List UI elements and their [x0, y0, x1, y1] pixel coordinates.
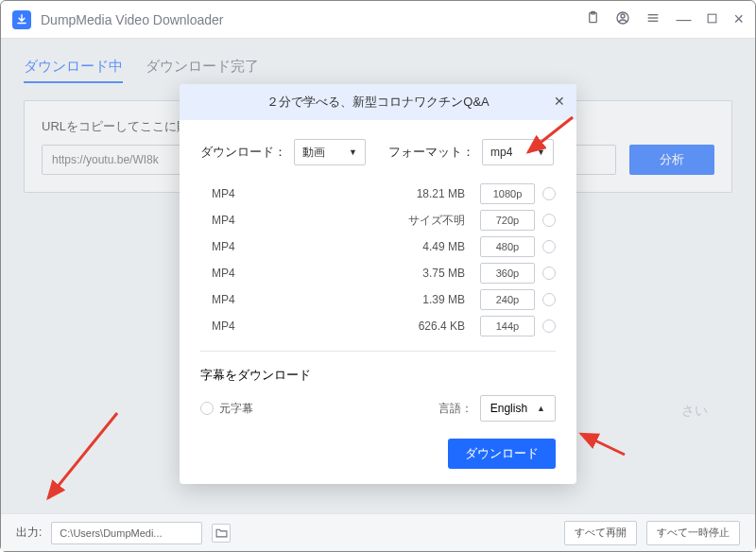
- subtitle-original-radio[interactable]: [200, 402, 214, 415]
- format-name: MP4: [200, 319, 285, 333]
- format-resolution: 144p: [480, 316, 535, 336]
- format-row: MP4 3.75 MB 360p: [200, 260, 556, 286]
- format-name: MP4: [200, 240, 285, 253]
- output-label: 出力:: [16, 525, 42, 541]
- format-size: 4.49 MB: [285, 240, 480, 253]
- download-type-label: ダウンロード：: [200, 144, 286, 161]
- format-name: MP4: [200, 293, 285, 306]
- clipboard-icon[interactable]: [586, 10, 600, 28]
- format-radio[interactable]: [542, 187, 556, 200]
- format-name: MP4: [200, 267, 285, 280]
- format-size: サイズ不明: [285, 213, 480, 229]
- account-icon[interactable]: [615, 10, 630, 29]
- divider: [200, 351, 556, 352]
- download-type-value: 動画: [302, 145, 325, 161]
- language-label: 言語：: [438, 401, 472, 417]
- app-window: DumpMedia Video Downloader — × ダウンロード中 ダ…: [0, 0, 756, 552]
- format-radio[interactable]: [542, 214, 556, 227]
- format-name: MP4: [200, 187, 285, 200]
- subtitle-section-title: 字幕をダウンロード: [200, 367, 556, 384]
- download-button[interactable]: ダウンロード: [448, 439, 556, 469]
- format-list: MP4 18.21 MB 1080p MP4 サイズ不明 720p MP4 4.…: [200, 181, 556, 339]
- modal-overlay: ２分で学べる、新型コロナワクチンQ&A ✕ ダウンロード： 動画 ▼ フォーマッ…: [1, 39, 755, 513]
- app-logo-icon: [12, 10, 31, 29]
- chevron-down-icon: ▼: [537, 147, 545, 157]
- format-name: MP4: [200, 214, 285, 227]
- format-size: 1.39 MB: [285, 293, 480, 306]
- format-label: フォーマット：: [388, 144, 474, 161]
- close-icon[interactable]: ×: [733, 9, 744, 29]
- footer: 出力: C:\Users\DumpMedi... すべて再開 すべて一時停止: [1, 513, 755, 551]
- format-resolution: 1080p: [480, 183, 535, 204]
- format-radio[interactable]: [542, 319, 556, 333]
- format-size: 18.21 MB: [285, 187, 480, 200]
- format-size: 626.4 KB: [285, 319, 480, 333]
- download-type-select[interactable]: 動画 ▼: [294, 139, 366, 165]
- format-row: MP4 626.4 KB 144p: [200, 313, 556, 339]
- minimize-icon[interactable]: —: [676, 11, 691, 28]
- svg-rect-7: [709, 14, 717, 23]
- resume-all-button[interactable]: すべて再開: [564, 521, 637, 545]
- format-resolution: 480p: [480, 236, 535, 257]
- chevron-up-icon: ▲: [537, 404, 545, 413]
- format-value: mp4: [490, 146, 512, 159]
- format-radio[interactable]: [542, 293, 556, 306]
- modal-title: ２分で学べる、新型コロナワクチンQ&A: [266, 94, 489, 111]
- menu-icon[interactable]: [645, 10, 661, 29]
- maximize-icon[interactable]: [706, 11, 718, 28]
- format-row: MP4 18.21 MB 1080p: [200, 181, 556, 207]
- modal-close-icon[interactable]: ✕: [554, 94, 565, 109]
- format-radio[interactable]: [542, 240, 556, 253]
- titlebar: DumpMedia Video Downloader — ×: [1, 1, 755, 39]
- format-resolution: 720p: [480, 210, 535, 231]
- pause-all-button[interactable]: すべて一時停止: [646, 521, 740, 545]
- subtitle-original-label: 元字幕: [219, 401, 253, 417]
- modal-header: ２分で学べる、新型コロナワクチンQ&A ✕: [180, 84, 576, 120]
- output-path[interactable]: C:\Users\DumpMedi...: [51, 522, 202, 544]
- format-resolution: 360p: [480, 263, 535, 284]
- language-value: English: [490, 402, 527, 415]
- format-row: MP4 サイズ不明 720p: [200, 207, 556, 233]
- language-select[interactable]: English ▲: [480, 395, 556, 422]
- format-size: 3.75 MB: [285, 267, 480, 280]
- format-resolution: 240p: [480, 289, 535, 310]
- folder-icon[interactable]: [212, 524, 231, 543]
- format-row: MP4 4.49 MB 480p: [200, 233, 556, 260]
- format-select[interactable]: mp4 ▼: [482, 139, 554, 165]
- app-title: DumpMedia Video Downloader: [41, 12, 586, 27]
- format-radio[interactable]: [542, 267, 556, 280]
- chevron-down-icon: ▼: [349, 147, 357, 157]
- download-options-modal: ２分で学べる、新型コロナワクチンQ&A ✕ ダウンロード： 動画 ▼ フォーマッ…: [180, 84, 576, 484]
- svg-point-3: [621, 14, 625, 18]
- format-row: MP4 1.39 MB 240p: [200, 286, 556, 313]
